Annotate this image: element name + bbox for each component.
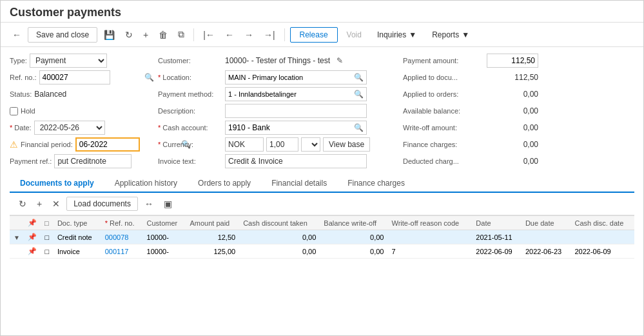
doc-toolbar: ↻ + ✕ Load documents ↔ ▣ <box>10 193 634 215</box>
hold-checkbox[interactable] <box>10 107 18 115</box>
applied-to-doc-row: Applied to docu... 112,50 <box>403 70 538 84</box>
refno-search-icon[interactable]: 🔍 <box>142 72 157 83</box>
reports-button[interactable]: Reports ▼ <box>425 28 476 42</box>
tab-financial-details[interactable]: Financial details <box>261 175 337 193</box>
undo-button[interactable]: ↻ <box>121 27 137 43</box>
toolbar: ← Save and close 💾 ↻ + 🗑 ⧉ |← ← → →| Rel… <box>1 23 643 47</box>
row-attach-icon-0: 📌 <box>24 230 41 244</box>
description-input[interactable] <box>225 104 367 118</box>
type-select[interactable]: Payment <box>30 54 107 68</box>
finance-charges-label: Finance charges: <box>403 141 497 148</box>
currency-rate-select[interactable] <box>301 137 320 152</box>
refresh-button[interactable]: ↻ <box>15 197 30 210</box>
back-button[interactable]: ← <box>8 27 25 43</box>
row-expand-1[interactable] <box>10 244 24 259</box>
inquiries-button[interactable]: Inquiries ▼ <box>371 28 423 42</box>
customer-value: 10000- - Tester of Things - test <box>225 56 330 65</box>
finance-charges-row: Finance charges: 0,00 <box>403 137 538 152</box>
row-ref-no-0[interactable]: 000078 <box>101 230 143 244</box>
status-label: Status: <box>10 90 32 98</box>
row-date-0: 2021-05-11 <box>472 230 522 244</box>
save-icon-button[interactable]: 💾 <box>100 27 119 43</box>
available-balance-label: Available balance: <box>403 107 497 115</box>
view-base-button[interactable]: View base <box>323 137 370 152</box>
row-write-off-reason-code-0 <box>387 230 472 244</box>
refno-row: Ref. no.: 🔍 <box>10 70 145 84</box>
fit-columns-button[interactable]: ↔ <box>141 197 157 210</box>
cash-account-input[interactable] <box>226 122 351 133</box>
tab-orders-to-apply[interactable]: Orders to apply <box>188 175 261 193</box>
payment-method-search-icon[interactable]: 🔍 <box>351 88 366 100</box>
currency-label: Currency: <box>158 141 222 148</box>
tab-finance-charges[interactable]: Finance charges <box>337 175 415 193</box>
finance-charges-value: 0,00 <box>500 140 538 149</box>
form-section: Type: Payment Ref. no.: 🔍 Status: Balanc… <box>10 54 634 168</box>
financial-period-row: ⚠ Financial period: 🔍 <box>10 137 145 152</box>
col-amount-paid: Amount paid <box>186 216 239 230</box>
first-button[interactable]: |← <box>199 27 219 43</box>
financial-period-container: 🔍 <box>75 137 140 152</box>
type-row: Type: Payment <box>10 54 145 68</box>
doc-delete-button[interactable]: ✕ <box>48 197 64 210</box>
release-button[interactable]: Release <box>290 27 338 43</box>
inquiries-dropdown-icon: ▼ <box>409 30 416 39</box>
col-note: □ <box>41 216 54 230</box>
refno-input[interactable] <box>40 72 142 83</box>
date-row: Date: 2022-05-26 <box>10 121 145 135</box>
invoice-text-input[interactable] <box>225 154 367 168</box>
deducted-charg-value: 0,00 <box>500 157 538 166</box>
row-customer-0: 10000- <box>143 230 186 244</box>
row-balance-write-off-0: 0,00 <box>320 230 387 244</box>
table-row[interactable]: 📌 □ Invoice 000117 10000- 125,00 0,00 0,… <box>10 244 634 259</box>
currency-rate-input[interactable] <box>266 137 298 152</box>
page-title: Customer payments <box>10 6 634 19</box>
refno-input-container: 🔍 <box>39 70 110 84</box>
payment-method-input[interactable] <box>226 89 351 99</box>
location-search-icon[interactable]: 🔍 <box>351 72 366 83</box>
save-close-button[interactable]: Save and close <box>28 27 97 43</box>
customer-edit-icon[interactable]: ✎ <box>333 54 347 68</box>
row-note-icon-1: □ <box>41 244 54 259</box>
row-amount-paid-1: 125,00 <box>186 244 239 259</box>
hold-row: Hold <box>10 104 145 118</box>
delete-button[interactable]: 🗑 <box>155 27 171 43</box>
row-expand-0[interactable]: ▼ <box>10 230 24 244</box>
add-button[interactable]: + <box>139 27 152 43</box>
customer-row: Customer: 10000- - Tester of Things - te… <box>158 54 390 68</box>
filter-button[interactable]: ▣ <box>160 197 176 210</box>
tab-documents-to-apply[interactable]: Documents to apply <box>10 175 104 193</box>
available-balance-row: Available balance: 0,00 <box>403 104 538 118</box>
prev-button[interactable]: ← <box>221 27 238 43</box>
doc-add-button[interactable]: + <box>33 197 46 210</box>
separator2 <box>284 28 285 41</box>
row-due-date-1: 2022-06-23 <box>522 244 571 259</box>
row-ref-no-1[interactable]: 000117 <box>101 244 143 259</box>
payment-method-label: Payment method: <box>158 90 222 98</box>
table-row[interactable]: ▼ 📌 □ Credit note 000078 10000- 12,50 0,… <box>10 230 634 244</box>
location-row: Location: 🔍 <box>158 70 390 84</box>
col-cash-discount-taken: Cash discount taken <box>239 216 320 230</box>
cash-account-search-icon[interactable]: 🔍 <box>351 122 366 133</box>
hold-label: Hold <box>21 107 35 115</box>
payment-method-row: Payment method: 🔍 <box>158 87 390 101</box>
currency-input[interactable] <box>225 137 264 152</box>
payment-amount-input[interactable] <box>487 54 538 68</box>
next-button[interactable]: → <box>240 27 257 43</box>
payment-ref-row: Payment ref.: <box>10 154 145 168</box>
col-doc-type: Doc. type <box>54 216 101 230</box>
reports-dropdown-icon: ▼ <box>462 30 469 39</box>
app-window: Customer payments ← Save and close 💾 ↻ +… <box>0 0 644 336</box>
row-cash-discount-taken-1: 0,00 <box>239 244 320 259</box>
payment-ref-input[interactable] <box>54 154 132 168</box>
location-input[interactable] <box>226 72 351 83</box>
date-select[interactable]: 2022-05-26 <box>34 121 105 135</box>
applied-to-orders-row: Applied to orders: 0,00 <box>403 87 538 101</box>
copy-button[interactable]: ⧉ <box>174 26 188 43</box>
type-label: Type: <box>10 57 27 64</box>
applied-to-orders-value: 0,00 <box>500 90 538 99</box>
payment-ref-label: Payment ref.: <box>10 157 52 165</box>
load-documents-button[interactable]: Load documents <box>66 197 138 211</box>
last-button[interactable]: →| <box>260 27 279 43</box>
tab-application-history[interactable]: Application history <box>104 175 188 193</box>
void-button[interactable]: Void <box>340 28 368 42</box>
